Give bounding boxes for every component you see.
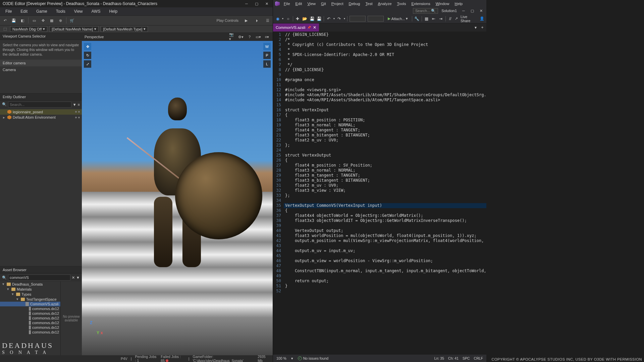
camera-dd-icon[interactable]: 📷▾ xyxy=(229,34,235,40)
liveshare-label[interactable]: Live Share xyxy=(461,15,477,23)
vs-close-button[interactable]: ✕ xyxy=(478,8,484,13)
code-editor[interactable]: 1234567891011121314151617181920212223242… xyxy=(273,32,486,355)
account-icon[interactable]: 👤 xyxy=(480,16,484,21)
close-button[interactable]: ✕ xyxy=(263,1,270,6)
menu-view[interactable]: View xyxy=(71,8,86,14)
outliner-search-input[interactable] xyxy=(8,102,71,108)
menu-game[interactable]: Game xyxy=(33,8,51,14)
asset-row[interactable]: commonvs.dx12 xyxy=(0,316,60,320)
save-icon[interactable]: 💾 xyxy=(11,17,17,23)
vs-menu-test[interactable]: Test xyxy=(364,1,375,6)
asset-row[interactable]: commonvs.dx12 xyxy=(0,311,60,316)
asset-row[interactable]: commonvs.dx12 xyxy=(0,330,60,335)
navmesh-dbg-dropdown[interactable]: NavMesh Dbg Off ▾ xyxy=(10,26,47,32)
indent-icon[interactable]: ⇤ xyxy=(431,16,436,21)
asset-row[interactable]: commonvs.dx12 xyxy=(0,306,60,311)
hamburger-icon[interactable]: ≡▾ xyxy=(264,34,270,40)
vs-menu-edit[interactable]: Edit xyxy=(293,1,304,6)
help-icon[interactable]: ? xyxy=(247,34,253,40)
snap-icon[interactable]: ▦ xyxy=(49,17,55,23)
vs-menu-window[interactable]: Window xyxy=(434,1,451,6)
asset-row[interactable]: ▾ Deadhaus_Sonata xyxy=(0,282,60,287)
config-dropdown[interactable] xyxy=(350,16,366,22)
vs-menu-project[interactable]: Project xyxy=(329,1,345,6)
vs-menu-debug[interactable]: Debug xyxy=(347,1,362,6)
3d-viewport[interactable]: ✥ ↻ ⤢ WPL ZYx xyxy=(82,41,273,355)
vs-menu-view[interactable]: View xyxy=(305,1,318,6)
outliner-row[interactable]: legionnaire_posed xyxy=(0,109,82,115)
liveshare-icon[interactable]: ↗ xyxy=(455,16,458,21)
tab-dropdown-icon[interactable]: ▾ xyxy=(473,25,478,30)
layout-icon[interactable]: ▦ xyxy=(424,16,429,21)
attach-button[interactable]: ▶Attach... ▾ xyxy=(386,16,410,21)
asset-row[interactable]: commonvs.dx12 xyxy=(0,320,60,325)
p4v-status[interactable]: P4V xyxy=(121,357,127,361)
step-icon[interactable]: ⏵ xyxy=(254,17,260,23)
select-icon[interactable]: ▭ xyxy=(31,17,37,23)
open-icon[interactable]: 📂 xyxy=(302,16,307,21)
platform-dropdown[interactable] xyxy=(368,16,384,22)
vs-menu-extensions[interactable]: Extensions xyxy=(409,1,432,6)
nav-fwd-icon[interactable]: ○ xyxy=(285,16,290,21)
tab-close-icon[interactable]: ✕ xyxy=(313,25,316,30)
move-gizmo-button[interactable]: ✥ xyxy=(84,43,91,50)
save-all-icon[interactable]: 💾 xyxy=(317,16,322,21)
nav-back-icon[interactable]: ◉ xyxy=(275,16,280,21)
filter-icon[interactable]: ▼ xyxy=(76,276,80,280)
asset-row[interactable]: CommonVS.azsli xyxy=(0,302,60,306)
gear-dd-icon[interactable]: ⚙▾ xyxy=(238,34,244,40)
undo-icon[interactable]: ↶ xyxy=(326,16,331,21)
clear-icon[interactable]: ✕ xyxy=(72,276,75,280)
cart-icon[interactable]: 🛒 xyxy=(69,17,75,23)
solution-name[interactable]: Solution1 xyxy=(441,9,457,13)
save-icon[interactable]: 💾 xyxy=(309,16,314,21)
navmesh-name-dropdown[interactable]: [Default NavMesh Name] ▾ xyxy=(49,26,99,32)
pin-icon[interactable]: 📌 xyxy=(307,26,311,29)
asset-search-input[interactable] xyxy=(8,275,70,281)
navmesh-toggle-icon[interactable]: ⬚ xyxy=(2,26,8,32)
aspect-dd-icon[interactable]: ▭▾ xyxy=(255,34,261,40)
vs-maximize-button[interactable]: ▢ xyxy=(469,8,476,13)
menu-help[interactable]: Help xyxy=(106,8,121,14)
new-icon[interactable]: ✚ xyxy=(295,16,300,21)
viewport-mode-w[interactable]: W xyxy=(263,43,271,50)
undo-icon[interactable]: ↶ xyxy=(2,17,8,23)
zoom-level[interactable]: 100 % xyxy=(276,356,286,360)
minimize-button[interactable]: ─ xyxy=(243,1,250,6)
maximize-button[interactable]: ▢ xyxy=(253,1,260,6)
vs-search-input[interactable]: Search... 🔍 xyxy=(413,8,438,14)
vs-menu-tools[interactable]: Tools xyxy=(395,1,408,6)
vs-minimize-button[interactable]: ─ xyxy=(460,8,467,13)
layers-icon[interactable]: ◧ xyxy=(19,17,25,23)
outliner-row[interactable]: ▸Default Atom Environment xyxy=(0,115,82,120)
viewport-mode-p[interactable]: P xyxy=(263,52,271,59)
move-icon[interactable]: ✥ xyxy=(40,17,46,23)
vs-menu-git[interactable]: Git xyxy=(319,1,328,6)
menu-icon[interactable]: ☰ xyxy=(265,17,271,23)
globe-icon[interactable]: ⊕ xyxy=(57,17,63,23)
viewport-mode-l[interactable]: L xyxy=(263,60,271,68)
navmesh-type-dropdown[interactable]: [Default NavMesh Type] ▾ xyxy=(101,26,148,32)
menu-edit[interactable]: Edit xyxy=(17,8,31,14)
list-icon[interactable]: ≡ xyxy=(78,103,80,107)
camera-row-editor[interactable]: Editor camera xyxy=(0,60,82,66)
menu-aws[interactable]: AWS xyxy=(88,8,104,14)
vs-menu-file[interactable]: File xyxy=(282,1,292,6)
outdent-icon[interactable]: ⇥ xyxy=(438,16,443,21)
tab-commonvs[interactable]: CommonVS.azsli 📌 ✕ xyxy=(273,23,319,32)
asset-row[interactable]: ▾ Materials xyxy=(0,287,60,292)
filter-icon[interactable]: ▼ xyxy=(73,103,76,107)
play-icon[interactable]: ▶ xyxy=(243,17,249,23)
orbit-button[interactable]: ↻ xyxy=(84,52,91,59)
vs-menu-analyze[interactable]: Analyze xyxy=(376,1,394,6)
find-icon[interactable]: 🔧 xyxy=(414,16,419,21)
asset-row[interactable]: commonvs.dx12 xyxy=(0,325,60,330)
camera-row-camera[interactable]: Camera xyxy=(0,66,82,73)
asset-row[interactable]: ▾ Types xyxy=(0,292,60,297)
menu-file[interactable]: File xyxy=(2,8,15,14)
menu-tools[interactable]: Tools xyxy=(53,8,69,14)
vs-menu-help[interactable]: Help xyxy=(453,1,465,6)
redo-icon[interactable]: ↷ xyxy=(337,16,342,21)
asset-row[interactable]: ▾ TestTangentSpace xyxy=(0,297,60,302)
expand-button[interactable]: ⤢ xyxy=(84,60,91,68)
